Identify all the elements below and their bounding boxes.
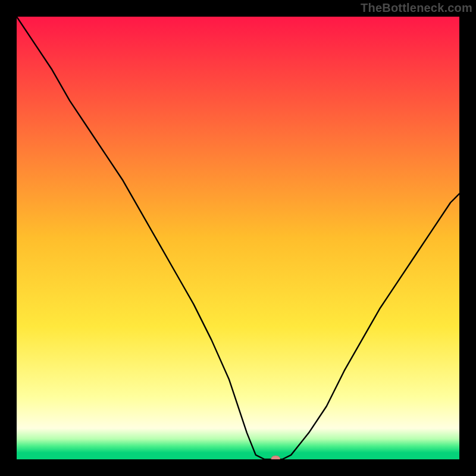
- bottleneck-chart: [17, 17, 459, 459]
- gradient-background: [17, 17, 459, 459]
- chart-frame: TheBottleneck.com: [0, 0, 476, 476]
- optimal-point-marker: [271, 456, 280, 459]
- plot-area: [17, 17, 459, 459]
- watermark-text: TheBottleneck.com: [361, 1, 472, 15]
